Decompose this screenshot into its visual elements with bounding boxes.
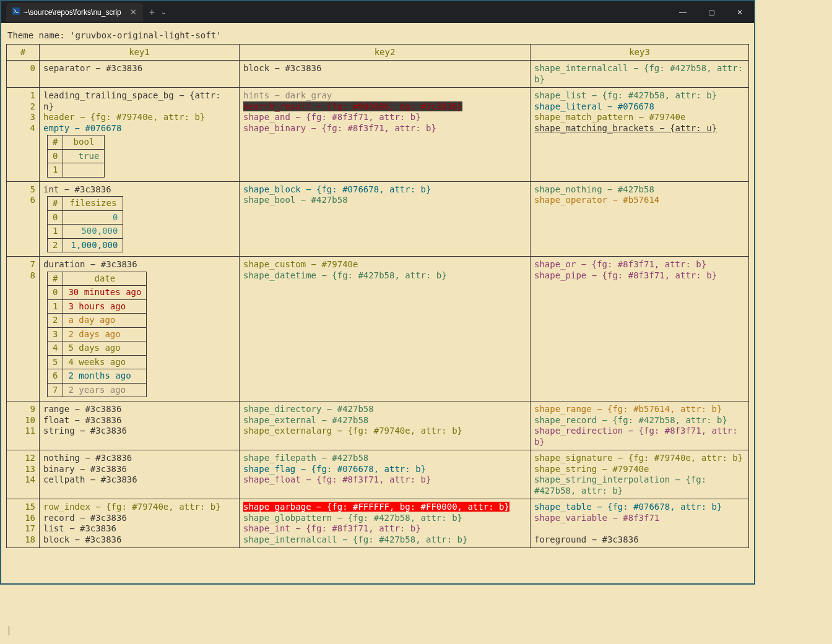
inner-index: 2 — [48, 314, 63, 328]
cell-text: float − #3c3836 — [43, 415, 121, 425]
cell-text: shape_internalcall − {fg: #427b58, attr:… — [534, 63, 748, 84]
inner-value: 2 days ago — [63, 327, 147, 341]
inner-value: 3 hours ago — [63, 299, 147, 314]
inner-index: 6 — [48, 369, 63, 384]
cell-key3: shape_nothing − #427b58 shape_operator −… — [531, 181, 749, 257]
inner-value: true — [63, 149, 105, 163]
cell-text: shape_garbage − {fg: #FFFFFF, bg: #FF000… — [243, 502, 509, 512]
tab-title: ~\source\repos\forks\nu_scrip — [24, 8, 121, 17]
cell-text: shape_string − #79740e — [534, 464, 649, 474]
col-key3: key3 — [531, 44, 749, 61]
cell-key3: shape_list − {fg: #427b58, attr: b} shap… — [531, 88, 749, 182]
inner-index: 4 — [48, 341, 63, 356]
powershell-icon — [12, 7, 20, 17]
cell-key3: shape_signature − {fg: #79740e, attr: b}… — [531, 450, 749, 499]
inner-value: 1,000,000 — [63, 238, 123, 252]
inner-index: 0 — [48, 210, 63, 225]
cell-text: shape_string_interpolation − {fg: #427b5… — [534, 474, 712, 496]
cell-key1: row_index − {fg: #79740e, attr: b} recor… — [40, 499, 240, 548]
inner-table-date: #date030 minutes ago13 hours ago2a day a… — [47, 272, 147, 398]
cell-key1: separator − #3c3836 — [40, 61, 240, 88]
cell-text: shape_literal − #076678 — [534, 101, 654, 111]
cell-text: shape_float − {fg: #8f3f71, attr: b} — [243, 474, 431, 484]
cell-text: foreground − #3c3836 — [534, 535, 639, 544]
cell-key3: shape_internalcall − {fg: #427b58, attr:… — [531, 61, 749, 88]
inner-value: 4 weeks ago — [63, 355, 147, 369]
close-tab-icon[interactable]: ✕ — [130, 7, 137, 17]
inner-table-bool: #bool0true1false — [47, 135, 105, 178]
cell-text: shape_directory − #427b58 — [243, 404, 374, 414]
cell-text: duration − #3c3836 — [43, 259, 137, 269]
cell-text: block − #3c3836 — [43, 535, 121, 544]
cell-key2: block − #3c3836 — [240, 61, 531, 88]
close-button[interactable]: ✕ — [726, 1, 754, 23]
tab-dropdown-icon[interactable]: ⌄ — [161, 9, 166, 15]
row-num: 1 2 3 4 — [7, 88, 40, 182]
col-key2: key2 — [240, 44, 531, 61]
cell-text: shape_bool − #427b58 — [243, 195, 348, 205]
col-key1: key1 — [40, 44, 240, 61]
inner-index: 1 — [48, 299, 63, 314]
cell-text: shape_external − #427b58 — [243, 415, 368, 425]
cell-text: cellpath − #3c3836 — [43, 474, 137, 484]
cell-text: binary − #3c3836 — [43, 464, 127, 474]
cell-text: leading_trailing_space_bg − {attr: n} — [43, 90, 226, 111]
cell-text: shape_matching_brackets − {attr: u} — [534, 123, 717, 133]
cell-key2: shape_custom − #79740e shape_datetime − … — [240, 257, 531, 401]
maximize-button[interactable]: ▢ — [697, 1, 726, 23]
cell-text: shape_filepath − #427b58 — [243, 453, 368, 463]
titlebar: ~\source\repos\forks\nu_scrip ✕ + ⌄ — ▢ … — [1, 1, 754, 23]
inner-index: 0 — [48, 286, 63, 300]
cell-text: shape_record − {fg: #427b58, attr: b} — [534, 415, 727, 425]
inner-value: 30 minutes ago — [63, 286, 147, 300]
inner-index: 1 — [48, 225, 63, 239]
inner-index: 7 — [48, 383, 63, 397]
cell-text: shape_list − {fg: #427b58, attr: b} — [534, 90, 717, 100]
cell-text: list − #3c3836 — [43, 523, 116, 533]
cell-text: shape_int − {fg: #8f3f71, attr: b} — [243, 523, 421, 533]
row-num: 5 6 — [7, 181, 40, 257]
cell-key3: shape_table − {fg: #076678, attr: b} sha… — [531, 499, 749, 548]
cell-key1: int − #3c3836 #filesizes001500,00021,000… — [40, 181, 240, 257]
cell-text: separator − #3c3836 — [43, 63, 142, 73]
theme-line: Theme name: 'gruvbox-original-light-soft… — [7, 30, 749, 41]
col-num: # — [7, 44, 40, 61]
cell-key2: shape_directory − #427b58 shape_external… — [240, 401, 531, 450]
terminal-body[interactable]: Theme name: 'gruvbox-original-light-soft… — [1, 23, 754, 583]
cell-text: shape_globpattern − {fg: #427b58, attr: … — [243, 513, 462, 523]
cell-text: int − #3c3836 — [43, 184, 111, 194]
cell-key1: nothing − #3c3836 binary − #3c3836 cellp… — [40, 450, 240, 499]
inner-index: 0 — [48, 149, 63, 163]
cell-key3: shape_range − {fg: #b57614, attr: b} sha… — [531, 401, 749, 450]
cell-text: shape_redirection − {fg: #8f3f71, attr: … — [534, 426, 743, 447]
inner-value: 5 days ago — [63, 341, 147, 356]
cell-text: shape_externalarg − {fg: #79740e, attr: … — [243, 426, 462, 436]
cell-text: shape_nothing − #427b58 — [534, 184, 654, 194]
cell-text: row_index − {fg: #79740e, attr: b} — [43, 502, 221, 512]
new-tab-button[interactable]: + — [149, 7, 155, 18]
cell-text: search_result − {fg: #9d0006, bg: #3c383… — [243, 101, 462, 111]
cell-text: shape_table − {fg: #076678, attr: b} — [534, 502, 722, 512]
cell-key2: shape_filepath − #427b58 shape_flag − {f… — [240, 450, 531, 499]
cell-text: range − #3c3836 — [43, 404, 121, 414]
minimize-button[interactable]: — — [669, 1, 697, 23]
inner-value: 500,000 — [63, 225, 123, 239]
inner-col-head: date — [63, 272, 147, 286]
inner-col-num: # — [48, 197, 63, 211]
inner-value: 2 years ago — [63, 383, 147, 397]
row-num: 9 10 11 — [7, 401, 40, 450]
inner-value: false — [63, 163, 105, 178]
cell-key2: shape_block − {fg: #076678, attr: b} sha… — [240, 181, 531, 257]
cell-text: shape_signature − {fg: #79740e, attr: b} — [534, 453, 743, 463]
cell-text: block − #3c3836 — [243, 63, 321, 73]
cell-text: shape_range − {fg: #b57614, attr: b} — [534, 404, 722, 414]
inner-index: 2 — [48, 238, 63, 252]
inner-index: 1 — [48, 163, 63, 178]
cell-text: shape_or − {fg: #8f3f71, attr: b} — [534, 259, 706, 269]
cell-text: shape_binary − {fg: #8f3f71, attr: b} — [243, 123, 436, 133]
tab-active[interactable]: ~\source\repos\forks\nu_scrip ✕ — [6, 3, 143, 22]
inner-value: 0 — [63, 210, 123, 225]
cell-key1: duration − #3c3836 #date030 minutes ago1… — [40, 257, 240, 401]
cell-text: shape_internalcall − {fg: #427b58, attr:… — [243, 535, 467, 544]
row-num: 12 13 14 — [7, 450, 40, 499]
